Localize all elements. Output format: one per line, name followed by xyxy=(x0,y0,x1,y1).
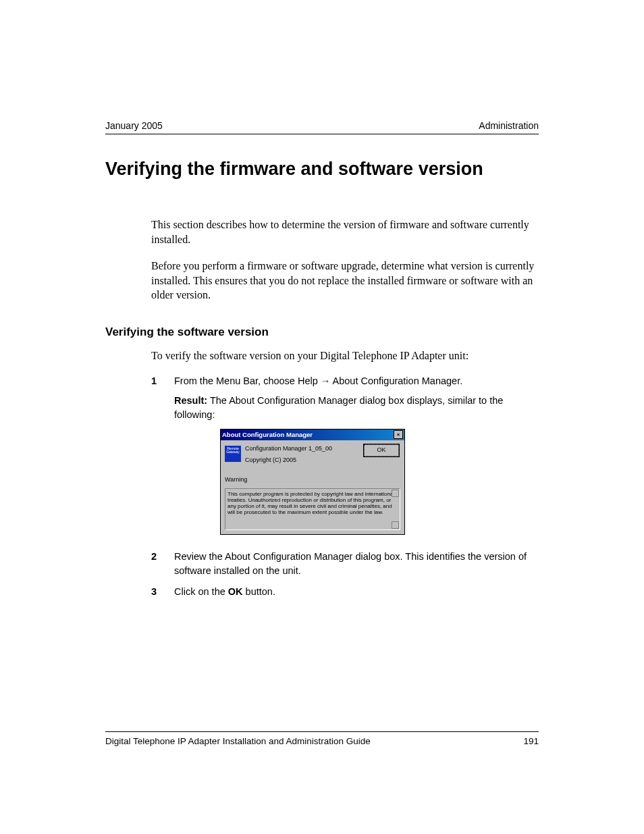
ok-button[interactable]: OK xyxy=(364,444,399,457)
page-header: January 2005 Administration xyxy=(105,120,539,134)
step1-text-a: From the Menu Bar, choose Help xyxy=(174,375,321,386)
step-2: 2 Review the About Configuration Manager… xyxy=(151,550,539,578)
step-body: Review the About Configuration Manager d… xyxy=(174,550,539,578)
step-number: 2 xyxy=(151,550,174,578)
step-body: From the Menu Bar, choose Help → About C… xyxy=(174,374,539,422)
step3-bold: OK xyxy=(228,586,243,597)
scroll-up-icon[interactable] xyxy=(392,490,399,497)
close-icon: × xyxy=(397,432,400,438)
close-button[interactable]: × xyxy=(394,430,403,439)
header-date: January 2005 xyxy=(105,120,163,131)
copyright-text: Copyright (C) 2005 xyxy=(245,456,400,465)
step-number: 1 xyxy=(151,374,174,422)
legal-text: This computer program is protected by co… xyxy=(227,491,394,516)
body-text: This section describes how to determine … xyxy=(151,217,539,303)
footer-doc-title: Digital Telephone IP Adapter Installatio… xyxy=(105,736,371,746)
step-3: 3 Click on the OK button. xyxy=(151,585,539,599)
step-body: Click on the OK button. xyxy=(174,585,539,599)
document-page: January 2005 Administration Verifying th… xyxy=(0,0,644,834)
footer-page-number: 191 xyxy=(523,736,539,746)
scroll-down-icon[interactable] xyxy=(392,521,399,529)
dialog-title: About Configuration Manager xyxy=(222,430,313,440)
arrow-icon: → xyxy=(321,375,331,386)
logo-icon: Remote Gateway xyxy=(225,446,241,462)
intro-text: To verify the software version on your D… xyxy=(151,348,539,363)
page-title: Verifying the firmware and software vers… xyxy=(105,159,539,180)
result-label: Result: xyxy=(174,395,207,406)
step3-text-a: Click on the xyxy=(174,586,228,597)
logo-line2: Gateway xyxy=(226,450,240,454)
paragraph-2: Before you perform a firmware or softwar… xyxy=(151,259,539,303)
legal-text-box: This computer program is protected by co… xyxy=(225,488,400,530)
dialog-titlebar: About Configuration Manager × xyxy=(221,429,404,440)
step-1: 1 From the Menu Bar, choose Help → About… xyxy=(151,374,539,422)
paragraph-1: This section describes how to determine … xyxy=(151,217,539,246)
steps-list: 1 From the Menu Bar, choose Help → About… xyxy=(151,374,539,599)
step-number: 3 xyxy=(151,585,174,599)
dialog-body: Remote Gateway Configuration Manager 1_0… xyxy=(221,440,404,534)
page-footer: Digital Telephone IP Adapter Installatio… xyxy=(105,731,539,746)
step3-text-b: button. xyxy=(243,586,275,597)
about-dialog: About Configuration Manager × Remote Gat… xyxy=(220,429,405,535)
header-section: Administration xyxy=(479,120,539,131)
warning-label: Warning xyxy=(225,475,400,484)
step1-text-b: About Configuration Manager. xyxy=(330,375,462,386)
dialog-screenshot: About Configuration Manager × Remote Gat… xyxy=(220,429,539,535)
result-text: The About Configuration Manager dialog b… xyxy=(174,395,503,420)
subheading: Verifying the software version xyxy=(105,325,539,339)
